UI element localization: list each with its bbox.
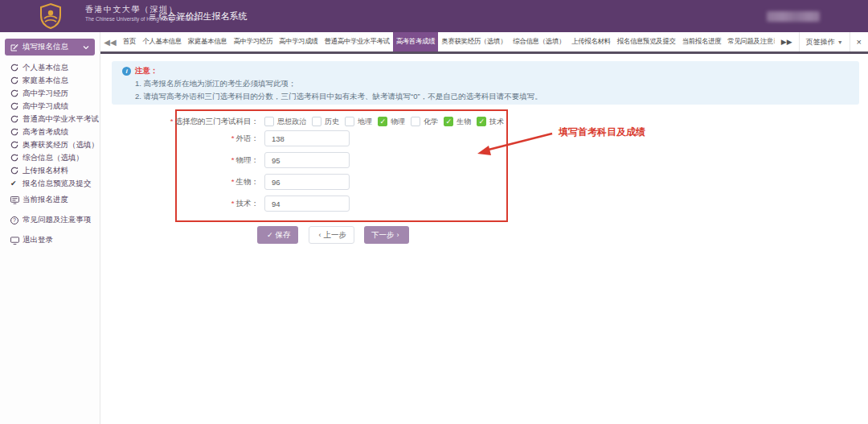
checkbox-politics[interactable]: 思想政治 bbox=[264, 117, 306, 127]
tab-comprehensive-info[interactable]: 综合信息（选填） bbox=[510, 32, 568, 51]
foreign-language-input[interactable] bbox=[264, 130, 350, 146]
checkbox-box[interactable] bbox=[477, 117, 486, 126]
question-icon: ? bbox=[10, 216, 19, 224]
sidebar-item-label: 普通高中学业水平考试 bbox=[23, 114, 99, 125]
tab-gaokao-first-scores[interactable]: 高考首考成绩 bbox=[393, 32, 439, 51]
checkbox-physics[interactable]: 物理 bbox=[378, 117, 405, 127]
scroll-tabs-right-button[interactable]: ▶▶ bbox=[775, 32, 799, 51]
sidebar-item-highschool-grades[interactable]: 高中学习成绩 bbox=[0, 100, 100, 113]
app-title-text: 综合评价招生报名系统 bbox=[159, 10, 248, 23]
checkbox-chemistry[interactable]: 化学 bbox=[411, 117, 438, 127]
chevron-down-icon bbox=[83, 45, 89, 50]
checkbox-box[interactable] bbox=[444, 117, 453, 126]
notice-line-2: 2. 请填写高考外语和三门选考科目的分数，三门选考科目中如有未考、缺考请填写“0… bbox=[135, 90, 849, 103]
physics-row: *物理： bbox=[100, 152, 350, 168]
sidebar-item-family-info[interactable]: 家庭基本信息 bbox=[0, 74, 100, 87]
sidebar-item-comprehensive-info[interactable]: 综合信息（选填） bbox=[0, 151, 100, 164]
sidebar-item-highschool-experience[interactable]: 高中学习经历 bbox=[0, 87, 100, 100]
biology-input[interactable] bbox=[264, 174, 350, 190]
sidebar-item-logout[interactable]: 退出登录 bbox=[0, 230, 100, 250]
required-asterisk: * bbox=[231, 134, 235, 142]
sidebar-item-preview-submit[interactable]: ✔ 报名信息预览及提交 bbox=[0, 177, 100, 190]
fullscreen-button[interactable]: × bbox=[850, 32, 868, 51]
annotation-text: 填写首考科目及成绩 bbox=[559, 126, 645, 139]
sidebar-item-gaokao-first-scores[interactable]: 高考首考成绩 bbox=[0, 126, 100, 138]
university-logo bbox=[37, 2, 64, 30]
biology-label: *生物： bbox=[100, 177, 259, 187]
checkbox-label: 生物 bbox=[457, 117, 471, 127]
sidebar-footer: 当前报名进度 ? 常见问题及注意事项 退出登录 bbox=[0, 190, 100, 250]
sidebar-item-label: 高中学习成绩 bbox=[23, 101, 68, 112]
tab-olympiad-awards[interactable]: 奥赛获奖经历（选填） bbox=[438, 32, 510, 51]
technology-input[interactable] bbox=[264, 196, 350, 212]
tab-upload-materials[interactable]: 上传报名材料 bbox=[568, 32, 614, 51]
sidebar-item-label: 家庭基本信息 bbox=[23, 76, 68, 86]
checkbox-box[interactable] bbox=[264, 117, 274, 126]
notice-title: 注意： bbox=[135, 66, 158, 76]
sidebar-item-label: 个人基本信息 bbox=[23, 63, 68, 73]
checkbox-history[interactable]: 历史 bbox=[312, 117, 339, 127]
app-window: 香港中文大學（深圳） The Chinese University of Hon… bbox=[0, 0, 868, 424]
sidebar-item-personal-info[interactable]: 个人基本信息 bbox=[0, 61, 100, 74]
checkbox-label: 思想政治 bbox=[277, 117, 306, 127]
checkbox-technology[interactable]: 技术 bbox=[477, 117, 504, 127]
subjects-checkboxes: 思想政治 历史 地理 物理 化学 bbox=[264, 117, 510, 127]
checkbox-geography[interactable]: 地理 bbox=[345, 117, 372, 127]
top-header: 香港中文大學（深圳） The Chinese University of Hon… bbox=[0, 0, 868, 32]
info-icon: i bbox=[122, 67, 131, 76]
sidebar-item-upload-materials[interactable]: 上传报名材料 bbox=[0, 164, 100, 177]
checkbox-box[interactable] bbox=[411, 117, 420, 126]
checkbox-box[interactable] bbox=[345, 117, 354, 126]
pending-icon bbox=[10, 115, 19, 123]
sidebar-item-label: 综合信息（选填） bbox=[23, 153, 84, 163]
required-asterisk: * bbox=[231, 199, 235, 208]
user-name-redacted[interactable] bbox=[767, 11, 820, 22]
logout-icon bbox=[10, 237, 19, 245]
sidebar: 填写报名信息 个人基本信息 家庭基本信息 高中学习经历 高中学习成绩 bbox=[0, 32, 100, 424]
required-asterisk: * bbox=[170, 117, 174, 126]
prev-step-button[interactable]: ‹ 上一步 bbox=[309, 226, 355, 244]
sidebar-item-label: 高考首考成绩 bbox=[23, 127, 68, 138]
physics-input[interactable] bbox=[264, 152, 350, 168]
pending-icon bbox=[10, 76, 19, 84]
sidebar-item-faq[interactable]: ? 常见问题及注意事项 bbox=[0, 210, 100, 230]
tab-current-progress[interactable]: 当前报名进度 bbox=[679, 32, 725, 51]
form-buttons: ✓ 保存 ‹ 上一步 下一步 › bbox=[257, 226, 409, 244]
tab-actions-dropdown[interactable]: 页签操作 ▼ bbox=[799, 32, 850, 51]
checkbox-box[interactable] bbox=[312, 117, 321, 126]
tab-faq[interactable]: 常见问题及注意事项 bbox=[724, 32, 775, 51]
pending-icon bbox=[10, 154, 19, 162]
checkbox-biology[interactable]: 生物 bbox=[444, 117, 471, 127]
next-step-button[interactable]: 下一步 › bbox=[364, 226, 409, 244]
menu-icon[interactable]: ≡ bbox=[149, 10, 156, 23]
checkbox-label: 历史 bbox=[325, 117, 339, 127]
tab-family-info[interactable]: 家庭基本信息 bbox=[185, 32, 231, 51]
sidebar-item-olympiad-awards[interactable]: 奥赛获奖经历（选填） bbox=[0, 138, 100, 151]
tab-highschool-grades[interactable]: 高中学习成绩 bbox=[276, 32, 321, 51]
pending-icon bbox=[10, 89, 19, 97]
tab-highschool-experience[interactable]: 高中学习经历 bbox=[230, 32, 276, 51]
tab-personal-info[interactable]: 个人基本信息 bbox=[139, 32, 185, 51]
tab-preview-submit[interactable]: 报名信息预览及提交 bbox=[614, 32, 679, 51]
sidebar-item-label: 上传报名材料 bbox=[23, 166, 68, 176]
sidebar-item-academic-proficiency-test[interactable]: 普通高中学业水平考试 bbox=[0, 113, 100, 126]
sidebar-section-fill-info[interactable]: 填写报名信息 bbox=[5, 39, 95, 56]
sidebar-item-label: 奥赛获奖经历（选填） bbox=[23, 140, 99, 150]
caret-down-icon: ▼ bbox=[837, 39, 843, 45]
physics-label: *物理： bbox=[100, 155, 259, 166]
checkbox-label: 技术 bbox=[489, 117, 504, 127]
edit-icon bbox=[10, 43, 18, 51]
tab-home[interactable]: 首页 bbox=[120, 32, 139, 51]
save-button[interactable]: ✓ 保存 bbox=[257, 226, 298, 244]
sidebar-item-current-progress[interactable]: 当前报名进度 bbox=[0, 190, 100, 210]
pending-icon bbox=[10, 141, 19, 149]
check-icon: ✓ bbox=[267, 231, 273, 239]
tab-actions-label: 页签操作 bbox=[806, 37, 835, 47]
tab-academic-proficiency-test[interactable]: 普通高中学业水平考试 bbox=[321, 32, 393, 51]
notice-line-1: 1. 高考报名所在地为浙江的考生必须填写此项； bbox=[135, 77, 849, 90]
checkbox-box[interactable] bbox=[378, 117, 387, 126]
sidebar-item-label: 高中学习经历 bbox=[23, 89, 68, 99]
scroll-tabs-left-button[interactable]: ◀◀ bbox=[100, 32, 120, 51]
required-asterisk: * bbox=[231, 155, 235, 164]
notice-box: i 注意： 1. 高考报名所在地为浙江的考生必须填写此项； 2. 请填写高考外语… bbox=[112, 61, 859, 105]
